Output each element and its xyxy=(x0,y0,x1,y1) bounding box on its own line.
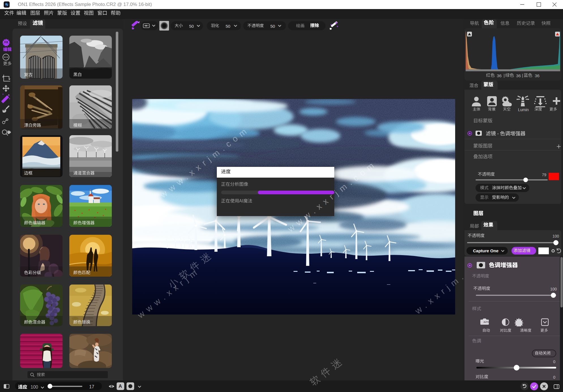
svg-text:AUTO: AUTO xyxy=(483,321,489,323)
svg-text:FX: FX xyxy=(5,41,8,44)
